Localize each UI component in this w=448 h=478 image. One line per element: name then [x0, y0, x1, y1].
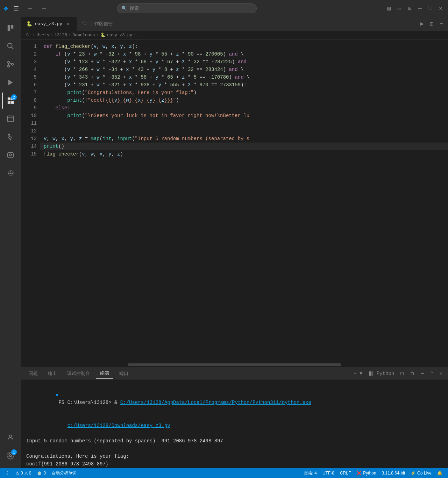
tab-workspace-trust[interactable]: 🛡 工作区信任 [77, 17, 118, 31]
kill-terminal-icon[interactable]: 🗑 [408, 369, 417, 378]
svg-rect-13 [11, 101, 14, 104]
svg-rect-0 [8, 25, 10, 31]
main-layout: 2 1 🐍 easy_z3.py [0, 17, 448, 468]
close-button[interactable]: ✕ [437, 3, 445, 13]
layout-icon-3[interactable]: ⊞ [406, 3, 413, 13]
status-analysis[interactable]: 自动分析单词 [49, 470, 79, 476]
terminal-type-button[interactable]: Python [367, 369, 396, 378]
code-editor[interactable]: 1 2 3 4 5 6 7 8 9 10 11 12 13 14 15 def … [21, 40, 448, 363]
error-count: 0 [21, 471, 23, 476]
svg-rect-10 [8, 97, 10, 100]
terminal-content[interactable]: ● PS C:\Users\13128> & C:/Users/13128/Ap… [21, 380, 448, 468]
code-line-5: (v * 343 + w * -352 + x * 58 + y * 65 + … [40, 73, 448, 81]
error-icon: ⚠ [15, 471, 19, 476]
tab-python-icon: 🐍 [26, 21, 32, 27]
split-editor-icon[interactable]: ◫ [428, 19, 436, 29]
back-button[interactable]: ← [24, 3, 36, 14]
tab-close-easy-z3[interactable]: ✕ [65, 21, 71, 27]
breadcrumb: C: › Users › 13128 › Downloads › 🐍 easy_… [21, 31, 448, 40]
status-git-branch[interactable]: ⋮ [3, 471, 13, 476]
activity-item-docker[interactable] [2, 165, 19, 182]
minimize-button[interactable]: ‒ [416, 3, 424, 13]
layout-icon-1[interactable]: ▨ [385, 3, 393, 13]
status-go-live[interactable]: ⚡ Go Live [408, 471, 434, 476]
activity-item-settings[interactable]: 1 [2, 447, 19, 464]
maximize-button[interactable]: □ [427, 3, 434, 13]
close-panel-icon[interactable]: ✕ [438, 369, 445, 378]
status-encoding[interactable]: UTF-8 [320, 471, 337, 476]
git-branch-icon: ⋮ [6, 471, 10, 476]
activity-item-remote[interactable] [2, 110, 19, 127]
activity-item-search[interactable] [2, 38, 19, 55]
nav-buttons: ← → [24, 3, 50, 14]
svg-point-2 [8, 43, 12, 48]
svg-point-4 [8, 61, 10, 64]
svg-rect-18 [10, 173, 11, 174]
extensions-badge: 2 [11, 94, 17, 100]
tab-bar-right: ▶ ◫ ⋯ [418, 19, 448, 29]
tab-label-easy-z3: easy_z3.py [35, 21, 62, 27]
breadcrumb-c[interactable]: C: [26, 33, 31, 38]
terminal-line-1: ● PS C:\Users\13128> & C:/Users/13128/Ap… [26, 383, 443, 414]
panel-tab-ports[interactable]: 端口 [115, 368, 133, 379]
more-terminal-icon[interactable]: ⋯ [419, 369, 426, 378]
breadcrumb-13128[interactable]: 13128 [55, 33, 67, 38]
code-content[interactable]: def flag_checker(v, w, x, y, z): if (v *… [40, 40, 448, 363]
code-line-15: flag_checker(v, w, x, y, z) [40, 150, 448, 158]
status-python-version[interactable]: 3.11.8 64-bit [379, 471, 408, 476]
status-bar: ⋮ ⚠ 0 △ 0 🍵 0 自动分析单词 空格: 4 UTF-8 CRLF ❌ … [0, 468, 448, 478]
svg-line-8 [9, 63, 12, 64]
forward-button[interactable]: → [38, 3, 50, 14]
status-spaces[interactable]: 空格: 4 [301, 470, 320, 476]
tab-bar: 🐍 easy_z3.py ✕ 🛡 工作区信任 ▶ ◫ ⋯ [21, 17, 448, 31]
activity-item-meet[interactable] [2, 147, 19, 164]
code-line-14: print() [40, 143, 448, 150]
svg-rect-19 [10, 172, 11, 173]
more-actions-icon[interactable]: ⋯ [438, 19, 445, 29]
network-count: 0 [43, 471, 46, 476]
code-line-2: if (v * 23 + w * -32 + x * 98 + y * 55 +… [40, 50, 448, 58]
maximize-panel-icon[interactable]: ⌃ [428, 369, 435, 378]
panel-tab-terminal[interactable]: 终端 [96, 368, 113, 379]
search-bar[interactable]: 🔍 搜索 [117, 3, 257, 13]
panel-tab-output[interactable]: 输出 [44, 368, 61, 379]
title-bar: ❖ ☰ ← → 🔍 搜索 ▨ ▭ ⊞ ‒ □ ✕ [0, 0, 448, 17]
status-line-ending[interactable]: CRLF [337, 471, 354, 476]
editor-area: 🐍 easy_z3.py ✕ 🛡 工作区信任 ▶ ◫ ⋯ C: › Users … [21, 17, 448, 468]
hamburger-menu[interactable]: ☰ [13, 5, 19, 12]
tab-easy-z3[interactable]: 🐍 easy_z3.py ✕ [21, 17, 77, 31]
panel-tab-problems[interactable]: 问题 [24, 368, 42, 379]
activity-item-testing[interactable] [2, 129, 19, 145]
code-line-1: def flag_checker(v, w, x, y, z): [40, 43, 448, 50]
breadcrumb-downloads[interactable]: Downloads [72, 33, 95, 38]
status-right: 空格: 4 UTF-8 CRLF ❌ Python 3.11.8 64-bit … [301, 470, 445, 476]
status-bell[interactable]: 🔔 [434, 471, 445, 476]
activity-item-extensions[interactable]: 2 [2, 92, 19, 109]
code-line-6: (v * 231 + w * -321 + x * 938 + y * 555 … [40, 81, 448, 89]
layout-icon-2[interactable]: ▭ [396, 3, 403, 13]
breadcrumb-users[interactable]: Users [37, 33, 49, 38]
activity-item-source-control[interactable] [2, 56, 19, 73]
status-errors[interactable]: ⚠ 0 △ 0 [13, 471, 34, 476]
activity-item-explorer[interactable] [2, 20, 19, 36]
activity-bar: 2 1 [0, 17, 21, 468]
panel-tab-bar: 问题 输出 调试控制台 终端 端口 + ▼ Python ◫ 🗑 ⋯ ⌃ ✕ [21, 367, 448, 380]
split-terminal-icon[interactable]: ◫ [398, 369, 405, 378]
breadcrumb-ellipsis[interactable]: ... [137, 33, 145, 38]
panel-tab-debug-console[interactable]: 调试控制台 [63, 368, 94, 379]
terminal-line-congrats: Congratulations, Here is your flag: [26, 452, 443, 460]
breadcrumb-file[interactable]: easy_z3.py [107, 33, 132, 38]
svg-line-3 [12, 47, 14, 49]
run-icon[interactable]: ▶ [418, 19, 426, 29]
status-language[interactable]: ❌ Python [354, 471, 379, 476]
status-network[interactable]: 🍵 0 [34, 471, 49, 476]
svg-rect-24 [371, 371, 373, 376]
search-icon: 🔍 [121, 6, 127, 11]
activity-item-account[interactable] [2, 429, 19, 446]
network-icon: 🍵 [37, 471, 42, 476]
line-numbers: 1 2 3 4 5 6 7 8 9 10 11 12 13 14 15 [21, 40, 40, 363]
code-line-7: print("Congratulations, Here is your fla… [40, 89, 448, 96]
add-terminal-button[interactable]: + ▼ [351, 369, 364, 378]
horizontal-scrollbar[interactable] [21, 363, 448, 367]
activity-item-run-debug[interactable] [2, 74, 19, 91]
